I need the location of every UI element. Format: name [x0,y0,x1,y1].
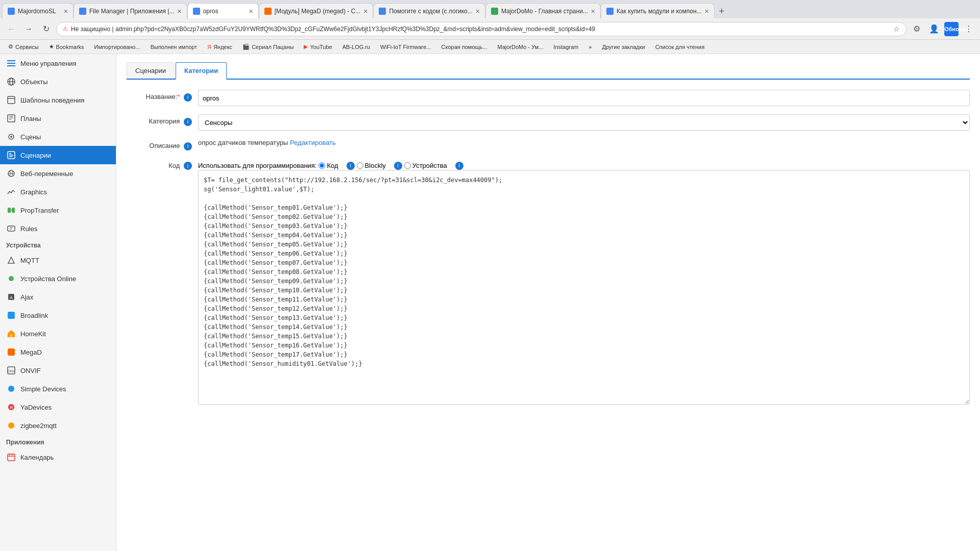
form-row-description: Описание i опрос датчиков температуры Ре… [127,139,970,151]
sidebar-item-webvars[interactable]: Веб-переменные [0,164,116,183]
radio-label-devices[interactable]: Устройства [404,162,447,169]
bookmark-label-ablog: AB-LOG.ru [342,44,370,50]
tab-close-1[interactable]: × [64,7,68,15]
name-label: Название:* i [127,90,198,102]
menu-button[interactable]: ⋮ [962,22,976,36]
devices-radio-info-icon[interactable]: i [455,162,463,170]
profile-button[interactable]: 👤 [927,22,941,36]
sidebar-item-onvif[interactable]: ONV ONVIF [0,361,116,380]
bookmark-yandex[interactable]: Я Яндекс [203,41,236,53]
bookmark-ablog[interactable]: AB-LOG.ru [338,41,374,53]
sidebar-item-rules[interactable]: Rules [0,219,116,238]
sidebar-item-menu[interactable]: Меню управления [0,54,116,72]
tab-filemanager[interactable]: File Manager | Приложения |... × [74,3,187,18]
bookmark-imported[interactable]: Импортировано... [90,41,144,53]
tab-close-6[interactable]: × [591,7,595,15]
radio-devices[interactable] [404,162,411,169]
bookmarks-bar: ⚙ Сервисы ★ Bookmarks Импортировано... В… [0,40,980,54]
bookmark-star-icon[interactable]: ☆ [893,25,900,33]
tab-close-5[interactable]: × [476,7,480,15]
name-label-text: Название: [146,93,178,101]
tab-megad[interactable]: [Модуль] MegaD (megad) - C... × [259,3,374,18]
sidebar-label-broadlink: Broadlink [20,312,48,319]
tab-majordomohome[interactable]: MajorDoMo - Главная страни... × [485,3,601,18]
tab-opros[interactable]: opros × [187,3,259,18]
sidebar-item-calendar[interactable]: Календарь [0,448,116,466]
radio-code[interactable] [318,162,325,169]
sidebar-item-yadevices[interactable]: Я YaDevices [0,398,116,416]
bookmark-more[interactable]: » [584,41,596,53]
radio-label-code[interactable]: Код [318,162,338,169]
category-select[interactable]: Сенсоры Другое [198,114,970,131]
bookmark-import-done[interactable]: Выполнен импорт [146,41,202,53]
sidebar-item-proptransfer[interactable]: PropTransfer [0,201,116,219]
sidebar-item-plans[interactable]: Планы [0,109,116,128]
svg-rect-1 [7,63,15,64]
sidebar-item-broadlink[interactable]: Broadlink [0,306,116,324]
bookmark-instagram[interactable]: Instagram [549,41,582,53]
tab-close-3[interactable]: × [249,7,253,15]
name-info-icon[interactable]: i [184,93,192,102]
bookmark-wifi[interactable]: WiFi-IoT Firmware... [376,41,435,53]
forward-button[interactable]: → [21,22,36,36]
code-editor[interactable]: $T= file_get_contents("http://192.168.2.… [198,170,970,405]
sidebar-item-simple-devices[interactable]: Simple Devices [0,380,116,398]
bookmark-bookmarks[interactable]: ★ Bookmarks [45,41,88,53]
sidebar-item-ajax[interactable]: A Ajax [0,288,116,306]
sidebar-item-megad[interactable]: MegaD [0,343,116,361]
bookmark-services[interactable]: ⚙ Сервисы [4,41,43,53]
category-info-icon[interactable]: i [184,118,192,126]
tab-help[interactable]: Помогите с кодом (с логико... × [373,3,485,18]
radio-label-blockly[interactable]: Blockly [357,162,386,169]
tab-categories[interactable]: Категории [176,62,227,80]
sidebar-label-proptransfer: PropTransfer [20,207,59,214]
new-tab-button[interactable]: + [715,4,729,18]
sidebar-item-graphics[interactable]: Graphics [0,183,116,201]
radio-blockly[interactable] [357,162,363,169]
tab-scenarios[interactable]: Сценарии [127,62,175,79]
extensions-button[interactable]: ⚙ [910,22,924,36]
svg-rect-0 [7,60,15,61]
form-row-category: Категория i Сенсоры Другое [127,114,970,131]
description-label-text: Описание [150,142,180,149]
bookmark-ambulance[interactable]: Скорая помощь... [437,41,492,53]
back-button[interactable]: ← [4,22,18,36]
calendar-icon [6,452,16,462]
tab-label-1: MajordomoSL [18,8,61,15]
sidebar-item-zigbee[interactable]: zigbee2mqtt [0,416,116,435]
bookmark-serial[interactable]: 🎬 Сериал Пацаны [238,41,298,53]
reload-button[interactable]: ↻ [39,22,53,36]
tab-label-4: [Модуль] MegaD (megad) - C... [275,8,361,15]
form-row-name: Название:* i [127,90,970,106]
description-edit-link[interactable]: Редактировать [290,139,336,146]
tab-majordomosl[interactable]: MajordomoSL × [2,3,74,18]
bookmark-other[interactable]: Другие закладки [598,41,649,53]
sidebar-section-apps: Приложения [0,435,116,448]
sidebar-item-scripts[interactable]: Сценарии [0,146,116,164]
bookmark-label-instagram: Instagram [553,44,578,50]
bookmark-youtube[interactable]: ▶ YouTube [300,41,336,53]
sidebar-item-homekit[interactable]: HomeKit [0,324,116,343]
sidebar-item-scenes[interactable]: Сцены [0,128,116,146]
tab-label-2: File Manager | Приложения |... [89,8,174,15]
code-radio-info-icon[interactable]: i [347,162,355,170]
sidebar-item-templates[interactable]: Шаблоны поведения [0,91,116,109]
address-bar[interactable]: ⚠ Не защищено | admin.php?pd=c2NyaXB0czp… [56,22,906,36]
bookmark-icon-services: ⚙ [8,43,13,50]
sidebar-item-mqtt[interactable]: MQTT [0,251,116,269]
refresh-button[interactable]: Обновить [944,22,959,36]
tab-close-7[interactable]: × [705,7,709,15]
bookmark-label-wifi: WiFi-IoT Firmware... [380,44,431,50]
tab-buy[interactable]: Как купить модули и компон... × [601,3,715,18]
bookmark-majordomosmart[interactable]: MajorDoMo - Ум... [493,41,547,53]
code-label-text: Код [168,162,180,169]
bookmark-reading[interactable]: Список для чтения [651,41,708,53]
tab-close-4[interactable]: × [363,7,368,15]
name-input[interactable] [198,90,970,106]
code-info-icon[interactable]: i [184,162,192,170]
sidebar-item-devices-online[interactable]: Устройства Online [0,269,116,288]
sidebar-item-objects[interactable]: Объекты [0,72,116,91]
blockly-radio-info-icon[interactable]: i [394,162,402,170]
tab-close-2[interactable]: × [177,7,181,15]
description-info-icon[interactable]: i [184,142,192,151]
